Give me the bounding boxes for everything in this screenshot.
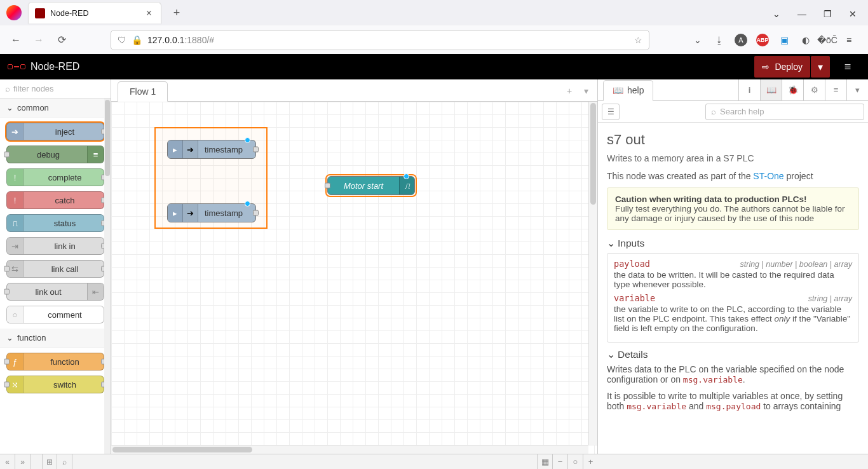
sidebar-help-button[interactable]: 📖 [760, 79, 782, 100]
changed-indicator [403, 173, 409, 179]
inject-icon: ➔ [183, 140, 198, 158]
dropdown-icon[interactable]: ⌄ [765, 5, 788, 23]
back-button[interactable]: ← [6, 31, 25, 50]
palette-node-comment[interactable]: ○comment [6, 306, 104, 323]
zoom-in-button[interactable]: + [583, 454, 598, 469]
palette-category-function[interactable]: ⌄ function [0, 329, 111, 348]
help-node-title: s7 out [607, 132, 859, 148]
zoom-reset-button[interactable]: ○ [567, 454, 583, 469]
inputs-properties-box: payload string | number | boolean | arra… [607, 253, 859, 343]
ext1-icon[interactable]: ▣ [775, 31, 793, 49]
url-bar[interactable]: 🛡 🔒 127.0.0.1:1880/# ☆ [111, 30, 649, 50]
sidebar-info-button[interactable]: i [738, 79, 760, 100]
details-section-header[interactable]: ⌄Details [607, 349, 859, 360]
palette-category-common[interactable]: ⌄ common [0, 99, 111, 118]
input-port[interactable] [325, 183, 330, 189]
inject-icon: ➔ [183, 204, 198, 222]
inject-trigger-button[interactable]: ▸ [168, 204, 183, 222]
nodered-logo-icon [8, 64, 25, 69]
palette-node-status[interactable]: ⎍status [6, 214, 104, 232]
bookmark-star-icon[interactable]: ☆ [634, 35, 642, 45]
canvas-scrollbar-h[interactable] [111, 445, 588, 454]
download-icon[interactable]: ⭳ [710, 31, 728, 49]
function-nodes-list: ƒfunction⤭switch [0, 348, 111, 398]
details-p2: It is possible to write to multiple vari… [607, 391, 859, 411]
sidebar-menu-button[interactable]: ▾ [846, 79, 868, 100]
sidebar-config-button[interactable]: ⚙ [803, 79, 825, 100]
sidebar-context-button[interactable]: ≡ [825, 79, 846, 100]
footer-bar: « » ⊞ ⌕ ▦ − ○ + [0, 454, 868, 469]
close-window-icon[interactable]: ✕ [841, 5, 864, 23]
close-tab-icon[interactable]: × [144, 8, 154, 19]
output-port[interactable] [253, 210, 259, 216]
sidebar-panel: 📖 help i 📖 🐞 ⚙ ≡ ▾ ☰ ⌕ Search help s7 ou… [598, 79, 868, 454]
palette-node-link-call[interactable]: ⇆link call [6, 260, 104, 278]
deploy-menu-button[interactable]: ▾ [811, 56, 830, 78]
extensions-icon[interactable]: �ōČ [818, 31, 836, 49]
output-port[interactable] [253, 147, 259, 153]
maximize-icon[interactable]: ❐ [816, 5, 839, 23]
inputs-section-header[interactable]: ⌄Inputs [607, 238, 859, 249]
flow-menu-button[interactable]: ▾ [578, 83, 593, 99]
palette-scrollbar[interactable] [104, 99, 111, 454]
main-menu-button[interactable]: ≡ [835, 56, 860, 78]
palette-node-link-out[interactable]: link out⇤ [6, 283, 104, 301]
sidebar-tab-help[interactable]: 📖 help [603, 80, 653, 101]
help-search-input[interactable]: ⌕ Search help [705, 104, 864, 120]
flow-tab-label: Flow 1 [130, 86, 156, 97]
palette-node-catch[interactable]: !catch [6, 191, 104, 209]
node-icon: ○ [7, 306, 24, 323]
inject-trigger-button[interactable]: ▸ [168, 140, 183, 158]
palette-node-debug[interactable]: debug≡ [6, 146, 104, 163]
flow-tab[interactable]: Flow 1 [118, 81, 168, 102]
sidebar-debug-button[interactable]: 🐞 [782, 79, 803, 100]
palette-filter-input[interactable]: ⌕ filter nodes [0, 79, 111, 99]
palette-expand-button[interactable]: » [15, 454, 31, 469]
palette-node-complete[interactable]: !complete [6, 168, 104, 186]
chevron-down-icon: ⌄ [6, 333, 13, 343]
palette-node-function[interactable]: ƒfunction [6, 353, 104, 370]
node-icon: ⎍ [7, 215, 24, 231]
main-body: ⌕ filter nodes ⌄ common ➔injectdebug≡!co… [0, 79, 868, 454]
deploy-button[interactable]: ⇨ Deploy [754, 56, 810, 78]
add-flow-button[interactable]: + [562, 83, 577, 99]
node-label: link out [12, 287, 85, 297]
browser-tab[interactable]: Node-RED × [28, 2, 161, 24]
st-one-link[interactable]: ST-One [753, 171, 783, 181]
palette-node-link-in[interactable]: ⇥link in [6, 237, 104, 255]
abp-icon[interactable]: ABP [754, 31, 771, 49]
toc-button[interactable]: ☰ [602, 104, 620, 120]
canvas-scrollbar-v[interactable] [588, 102, 597, 445]
node-icon: ! [7, 192, 24, 208]
app-menu-icon[interactable]: ≡ [840, 31, 858, 49]
workspace: Flow 1 + ▾ ▸ ➔ timestamp ▸ [111, 79, 598, 454]
node-label: link call [26, 264, 104, 274]
search-flows-button[interactable]: ⌕ [57, 454, 72, 469]
ext2-icon[interactable]: ◐ [797, 31, 815, 49]
app-logo: Node-RED [8, 61, 79, 72]
node-label: function [26, 357, 104, 367]
palette-collapse-button[interactable]: « [0, 454, 15, 469]
deploy-icon: ⇨ [762, 62, 770, 72]
palette-node-switch[interactable]: ⤭switch [6, 376, 104, 393]
node-label: status [26, 219, 104, 228]
zoom-out-button[interactable]: − [552, 454, 567, 469]
view-reset-button[interactable]: ▦ [537, 454, 552, 469]
palette-node-inject[interactable]: ➔inject [6, 123, 104, 140]
lock-icon: 🔒 [132, 35, 142, 45]
pocket-icon[interactable]: ⌄ [689, 31, 707, 49]
flow-node-inject[interactable]: ▸ ➔ timestamp [167, 203, 256, 222]
category-label: function [17, 333, 46, 343]
palette-scroll[interactable]: ⌄ common ➔injectdebug≡!complete!catch⎍st… [0, 99, 111, 454]
flow-canvas[interactable]: ▸ ➔ timestamp ▸ ➔ timestamp [111, 102, 597, 454]
minimize-icon[interactable]: — [790, 5, 813, 23]
url-host: 127.0.0.1 [147, 35, 184, 45]
flow-node-s7out[interactable]: Motor start ⎍ [327, 176, 415, 195]
reload-button[interactable]: ⟳ [52, 31, 71, 50]
chevron-down-icon: ⌄ [6, 103, 13, 112]
flow-node-inject[interactable]: ▸ ➔ timestamp [167, 140, 256, 159]
navigator-button[interactable]: ⊞ [42, 454, 57, 469]
account-icon[interactable]: A [732, 31, 750, 49]
new-tab-button[interactable]: + [168, 4, 186, 22]
s7-icon: ⎍ [399, 177, 414, 194]
